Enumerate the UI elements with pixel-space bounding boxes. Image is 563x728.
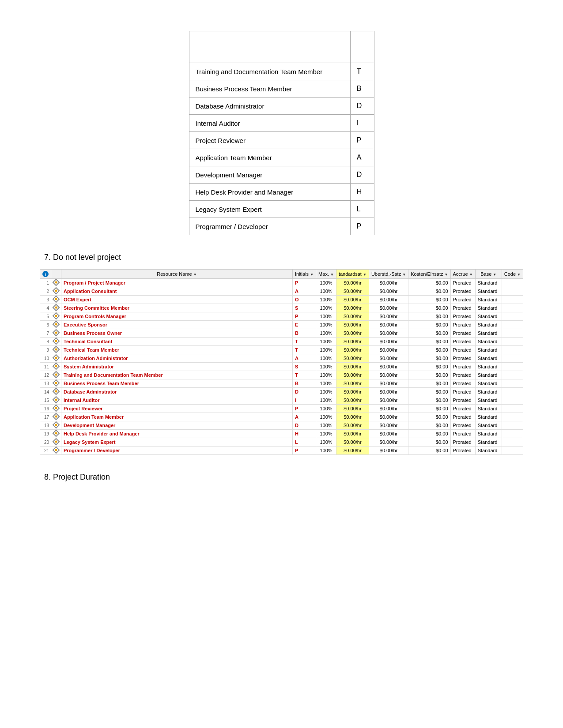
- header-info: i: [40, 270, 51, 279]
- resource-code: [502, 304, 523, 312]
- filter-arrow-max[interactable]: ▼: [330, 273, 334, 277]
- lookup-name: Legacy System Expert: [189, 201, 350, 218]
- resource-initials: T: [292, 371, 316, 379]
- resource-accrue: Prorated: [450, 296, 475, 304]
- resource-initials: E: [292, 321, 316, 329]
- resource-cost: $0.00: [408, 371, 450, 379]
- resource-accrue: Prorated: [450, 312, 475, 321]
- filter-arrow-over[interactable]: ▼: [402, 273, 406, 277]
- resource-name[interactable]: System Administrator: [61, 363, 293, 371]
- diamond-icon: [53, 430, 60, 437]
- resource-base: Standard: [475, 363, 502, 371]
- lookup-name: Development Manager: [189, 166, 350, 184]
- row-icon-cell: [51, 287, 61, 296]
- resource-accrue: Prorated: [450, 413, 475, 421]
- resource-name[interactable]: Authorization Administrator: [61, 354, 293, 363]
- resource-accrue: Prorated: [450, 379, 475, 388]
- resource-name[interactable]: Executive Sponsor: [61, 321, 293, 329]
- resource-accrue: Prorated: [450, 430, 475, 438]
- lookup-row: Help Desk Provider and Manager H: [189, 184, 374, 201]
- filter-arrow-std[interactable]: ▼: [363, 273, 367, 277]
- row-number: 12: [40, 371, 51, 379]
- resource-base: Standard: [475, 296, 502, 304]
- filter-arrow-code[interactable]: ▼: [517, 273, 521, 277]
- resource-name[interactable]: Technical Team Member: [61, 346, 293, 354]
- resource-accrue: Prorated: [450, 321, 475, 329]
- resource-max: 100%: [316, 312, 336, 321]
- resource-code: [502, 363, 523, 371]
- resource-base: Standard: [475, 405, 502, 413]
- resource-name[interactable]: Steering Committee Member: [61, 304, 293, 312]
- resource-name[interactable]: Training and Documentation Team Member: [61, 371, 293, 379]
- diamond-icon: [53, 405, 60, 412]
- resource-name[interactable]: Program / Project Manager: [61, 279, 293, 287]
- row-number: 21: [40, 447, 51, 455]
- resource-initials: A: [292, 354, 316, 363]
- resource-base: Standard: [475, 346, 502, 354]
- row-number: 16: [40, 405, 51, 413]
- resource-std: $0.00/hr: [336, 388, 369, 396]
- resource-name[interactable]: Internal Auditor: [61, 396, 293, 405]
- diamond-icon: [53, 338, 60, 345]
- resource-base: Standard: [475, 421, 502, 430]
- resource-over: $0.00/hr: [369, 371, 408, 379]
- resource-over: $0.00/hr: [369, 304, 408, 312]
- resource-name[interactable]: Project Reviewer: [61, 405, 293, 413]
- filter-arrow-initials[interactable]: ▼: [310, 273, 314, 277]
- filter-arrow-name[interactable]: ▼: [193, 273, 197, 277]
- resource-over: $0.00/hr: [369, 421, 408, 430]
- resource-code: [502, 421, 523, 430]
- row-number: 5: [40, 312, 51, 321]
- row-number: 7: [40, 329, 51, 338]
- resource-name[interactable]: Business Process Owner: [61, 329, 293, 338]
- resource-over: $0.00/hr: [369, 413, 408, 421]
- resource-accrue: Prorated: [450, 304, 475, 312]
- resource-name[interactable]: Legacy System Expert: [61, 438, 293, 447]
- resource-over: $0.00/hr: [369, 329, 408, 338]
- table-row: 11 System Administrator S 100% $0.00/hr …: [40, 363, 523, 371]
- resource-max: 100%: [316, 363, 336, 371]
- resource-name[interactable]: Program Controls Manager: [61, 312, 293, 321]
- lookup-name: Internal Auditor: [189, 115, 350, 132]
- resource-name[interactable]: Development Manager: [61, 421, 293, 430]
- resource-name[interactable]: Help Desk Provider and Manager: [61, 430, 293, 438]
- filter-arrow-cost[interactable]: ▼: [445, 273, 448, 277]
- resource-over: $0.00/hr: [369, 279, 408, 287]
- resource-max: 100%: [316, 321, 336, 329]
- lookup-code: B: [350, 80, 374, 98]
- table-row: 15 Internal Auditor I 100% $0.00/hr $0.0…: [40, 396, 523, 405]
- resource-name[interactable]: Application Team Member: [61, 413, 293, 421]
- resource-std: $0.00/hr: [336, 329, 369, 338]
- resource-name[interactable]: Application Consultant: [61, 287, 293, 296]
- lookup-row: Programmer / Developer P: [189, 218, 374, 235]
- row-icon-cell: [51, 363, 61, 371]
- row-number: 17: [40, 413, 51, 421]
- resource-base: Standard: [475, 371, 502, 379]
- row-number: 13: [40, 379, 51, 388]
- row-number: 20: [40, 438, 51, 447]
- row-number: 4: [40, 304, 51, 312]
- resource-name[interactable]: Business Process Team Member: [61, 379, 293, 388]
- diamond-icon: [53, 346, 60, 353]
- diamond-icon: [53, 321, 60, 328]
- resource-over: $0.00/hr: [369, 312, 408, 321]
- resource-std: $0.00/hr: [336, 321, 369, 329]
- resource-std: $0.00/hr: [336, 338, 369, 346]
- resource-name[interactable]: OCM Expert: [61, 296, 293, 304]
- row-number: 6: [40, 321, 51, 329]
- row-icon-cell: [51, 296, 61, 304]
- resource-over: $0.00/hr: [369, 430, 408, 438]
- resource-name[interactable]: Database Adminstrator: [61, 388, 293, 396]
- resource-max: 100%: [316, 413, 336, 421]
- resource-table-wrap: i Resource Name ▼ Initials ▼ Max. ▼ tand…: [40, 269, 523, 455]
- resource-code: [502, 312, 523, 321]
- lookup-row: Application Team Member A: [189, 149, 374, 166]
- resource-base: Standard: [475, 379, 502, 388]
- resource-name[interactable]: Programmer / Developer: [61, 447, 293, 455]
- resource-name[interactable]: Technical Consultant: [61, 338, 293, 346]
- filter-arrow-base[interactable]: ▼: [493, 273, 496, 277]
- filter-arrow-accrue[interactable]: ▼: [469, 273, 473, 277]
- resource-cost: $0.00: [408, 321, 450, 329]
- resource-max: 100%: [316, 421, 336, 430]
- empty-cell-1a: [189, 31, 350, 47]
